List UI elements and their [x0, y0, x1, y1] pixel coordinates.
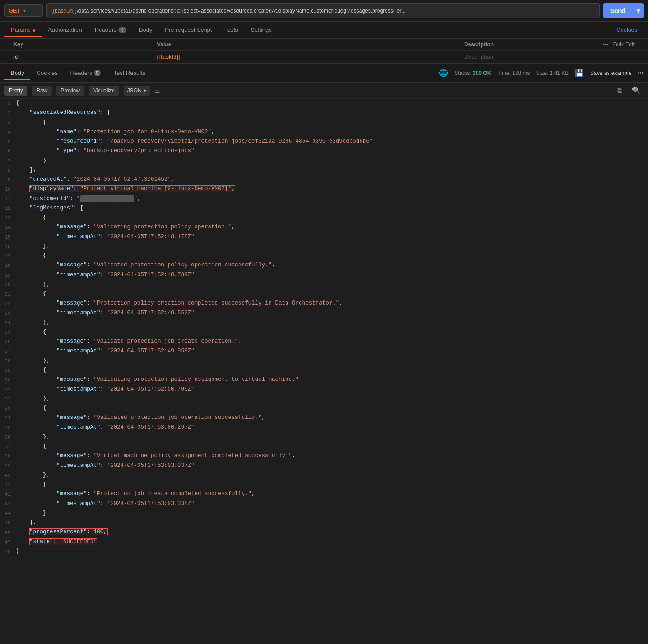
code-line-7: 7 } [0, 156, 648, 165]
line-number-12: 12 [0, 204, 16, 213]
code-line-37: 37 { [0, 442, 648, 451]
code-line-20: 20 }, [0, 280, 648, 289]
format-selector[interactable]: JSON ▾ [124, 86, 150, 96]
line-content-3: { [16, 118, 644, 127]
line-content-27: "timestampAt": "2024-04-05T17:52:49.958Z… [16, 347, 644, 356]
view-visualize-button[interactable]: Visualize [89, 86, 119, 96]
send-chevron-icon: ▾ [633, 7, 644, 14]
param-desc[interactable]: Description [464, 53, 590, 60]
url-path: /data-services/v1beta1/async-operations/… [77, 8, 405, 14]
line-number-14: 14 [0, 222, 16, 232]
line-number-8: 8 [0, 165, 16, 175]
format-chevron-icon: ▾ [144, 87, 146, 94]
code-line-17: 17 { [0, 251, 648, 261]
line-number-39: 39 [0, 461, 16, 470]
line-content-37: { [16, 442, 644, 451]
code-line-15: 15 "timestampAt": "2024-04-05T17:52:48.1… [0, 232, 648, 242]
view-raw-button[interactable]: Raw [32, 86, 52, 96]
status-label: Status: 200 OK [454, 70, 491, 76]
line-content-31: "timestampAt": "2024-04-05T17:52:50.706Z… [16, 385, 644, 394]
line-content-34: "message": "Validated protection job ope… [16, 413, 644, 422]
tab-headers[interactable]: Headers9 [88, 23, 133, 37]
line-content-30: "message": "Validating protection policy… [16, 375, 644, 384]
search-button[interactable]: 🔍 [629, 85, 644, 96]
line-content-9: "createdAt": "2024-04-05T17:52:47.300145… [16, 175, 644, 184]
view-pretty-button[interactable]: Pretty [4, 86, 27, 96]
code-line-6: 6 "type": "backup-recovery/protection-jo… [0, 146, 648, 156]
line-content-41: { [16, 480, 644, 489]
code-line-39: 39 "timestampAt": "2024-04-05T17:53:03.3… [0, 461, 648, 470]
line-number-28: 28 [0, 356, 16, 366]
line-number-42: 42 [0, 489, 16, 499]
code-line-21: 21 { [0, 289, 648, 299]
url-bar[interactable]: {{baseUrl}} /data-services/v1beta1/async… [46, 3, 600, 18]
line-content-48: } [16, 547, 644, 556]
code-line-10: 10 "displayName": "Protect virtual machi… [0, 184, 648, 194]
bulk-edit-button[interactable]: Bulk Edit [613, 41, 635, 48]
line-content-24: }, [16, 318, 644, 327]
param-key[interactable]: id [13, 53, 157, 60]
line-content-46: "progressPercent": 100, [16, 527, 644, 537]
code-line-34: 34 "message": "Validated protection job … [0, 413, 648, 422]
code-line-2: 2 "associatedResources": [ [0, 108, 648, 117]
view-preview-button[interactable]: Preview [56, 86, 84, 96]
more-icon: ••• [603, 41, 609, 48]
tab-response-headers[interactable]: Headers 5 [64, 66, 108, 80]
code-line-46: 46 "progressPercent": 100, [0, 527, 648, 537]
line-number-9: 9 [0, 175, 16, 184]
params-row: id {{taskId}} Description [0, 51, 648, 63]
code-line-41: 41 { [0, 480, 648, 489]
cookies-link[interactable]: Cookies [610, 23, 644, 37]
line-number-26: 26 [0, 337, 16, 346]
save-example-button[interactable]: Save as example [590, 70, 631, 76]
line-content-25: { [16, 327, 644, 337]
line-content-12: "logMessages": [ [16, 204, 644, 213]
line-content-36: }, [16, 432, 644, 442]
response-status-bar: 🌐 Status: 200 OK Time: 188 ms Size: 1.41… [439, 69, 644, 77]
tab-params[interactable]: Params [4, 23, 42, 37]
code-line-33: 33 { [0, 404, 648, 413]
tab-body[interactable]: Body [133, 23, 159, 37]
line-content-11: "customerId": "████████████████", [16, 194, 644, 204]
tab-authorization[interactable]: Authorization [42, 23, 88, 37]
tab-response-body[interactable]: Body [4, 66, 30, 80]
code-line-12: 12 "logMessages": [ [0, 204, 648, 213]
line-content-19: "timestampAt": "2024-04-05T17:52:48.789Z… [16, 270, 644, 280]
code-line-30: 30 "message": "Validating protection pol… [0, 375, 648, 384]
code-line-43: 43 "timestampAt": "2024-04-05T17:53:03.3… [0, 499, 648, 509]
line-content-32: }, [16, 394, 644, 404]
line-number-15: 15 [0, 232, 16, 242]
code-line-4: 4 "name": "Protection job for 0-Linux-De… [0, 127, 648, 137]
code-line-14: 14 "message": "Validating protection pol… [0, 222, 648, 232]
param-value[interactable]: {{taskId}} [157, 53, 464, 60]
request-tab-bar: Params Authorization Headers9 Body Pre-r… [0, 22, 648, 39]
tab-settings[interactable]: Settings [244, 23, 278, 37]
line-content-39: "timestampAt": "2024-04-05T17:53:03.337Z… [16, 461, 644, 470]
filter-icon[interactable]: ⚌ [154, 87, 160, 94]
code-line-1: 1{ [0, 99, 648, 108]
time-label: Time: 188 ms [497, 70, 530, 76]
line-number-30: 30 [0, 375, 16, 384]
line-content-44: } [16, 509, 644, 518]
line-content-38: "message": "Virtual machine policy assig… [16, 451, 644, 461]
line-number-2: 2 [0, 108, 16, 117]
method-selector[interactable]: GET ▾ [4, 4, 43, 17]
code-line-23: 23 "timestampAt": "2024-04-05T17:52:49.5… [0, 309, 648, 318]
line-number-45: 45 [0, 518, 16, 527]
tab-tests[interactable]: Tests [218, 23, 244, 37]
code-line-5: 5 "resourceUri": "/backup-recovery/v1bet… [0, 137, 648, 146]
tab-response-test-results[interactable]: Test Results [107, 66, 152, 80]
code-line-29: 29 { [0, 366, 648, 375]
line-number-38: 38 [0, 451, 16, 461]
col-header-value: Value [157, 41, 464, 48]
tab-pre-request-script[interactable]: Pre-request Script [159, 23, 218, 37]
line-number-13: 13 [0, 213, 16, 222]
line-number-34: 34 [0, 413, 16, 422]
send-button[interactable]: Send ▾ [603, 3, 644, 18]
copy-button[interactable]: ⧉ [614, 86, 625, 96]
code-line-26: 26 "message": "Validate protection job c… [0, 337, 648, 346]
tab-response-cookies[interactable]: Cookies [30, 66, 64, 80]
response-more-button[interactable]: ••• [638, 70, 644, 76]
code-line-27: 27 "timestampAt": "2024-04-05T17:52:49.9… [0, 347, 648, 356]
size-value: 1.41 KB [550, 70, 569, 76]
